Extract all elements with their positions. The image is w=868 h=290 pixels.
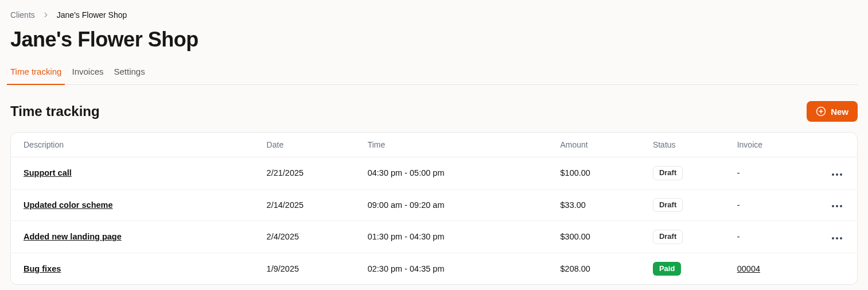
- status-badge: Draft: [653, 166, 683, 180]
- column-header-amount: Amount: [548, 133, 640, 157]
- time-tracking-table-card: Description Date Time Amount Status Invo…: [10, 132, 858, 285]
- entry-amount: $33.00: [548, 189, 640, 221]
- new-button[interactable]: New: [807, 101, 858, 122]
- invoice-empty: -: [737, 168, 740, 177]
- entry-description-link[interactable]: Added new landing page: [24, 232, 122, 241]
- entry-actions-cell: [817, 189, 857, 221]
- table-row: Added new landing page2/4/202501:30 pm -…: [11, 221, 857, 253]
- entry-description-link[interactable]: Updated color scheme: [24, 200, 113, 210]
- column-header-status: Status: [640, 133, 725, 157]
- plus-circle-icon: [816, 106, 826, 117]
- entry-amount: $100.00: [548, 157, 640, 190]
- entry-description-link[interactable]: Bug fixes: [24, 264, 61, 273]
- entry-time: 09:00 am - 09:20 am: [355, 189, 548, 221]
- more-actions-icon[interactable]: [830, 235, 844, 242]
- entry-invoice-cell: -: [725, 157, 817, 190]
- breadcrumb-root-link[interactable]: Clients: [10, 10, 35, 20]
- column-header-actions: [817, 133, 857, 157]
- page-title: Jane's Flower Shop: [10, 28, 858, 52]
- chevron-right-icon: [42, 11, 50, 19]
- tab-settings[interactable]: Settings: [114, 62, 145, 84]
- entry-amount: $208.00: [548, 253, 640, 284]
- entry-status-cell: Draft: [640, 157, 725, 190]
- entry-status-cell: Draft: [640, 189, 725, 221]
- column-header-date: Date: [254, 133, 355, 157]
- tab-time-tracking[interactable]: Time tracking: [10, 62, 61, 84]
- breadcrumb: Clients Jane's Flower Shop: [10, 10, 858, 20]
- entry-amount: $300.00: [548, 221, 640, 253]
- status-badge: Draft: [653, 198, 683, 212]
- more-actions-icon[interactable]: [830, 203, 844, 210]
- entry-actions-cell: [817, 221, 857, 253]
- new-button-label: New: [831, 107, 848, 117]
- entry-invoice-cell: 00004: [725, 253, 817, 284]
- entry-actions-cell: [817, 253, 857, 284]
- invoice-empty: -: [737, 200, 740, 210]
- column-header-time: Time: [355, 133, 548, 157]
- entry-description-link[interactable]: Support call: [24, 168, 72, 177]
- entry-date: 1/9/2025: [254, 253, 355, 284]
- entry-status-cell: Draft: [640, 221, 725, 253]
- tab-invoices[interactable]: Invoices: [72, 62, 103, 84]
- entry-status-cell: Paid: [640, 253, 725, 284]
- more-actions-icon[interactable]: [830, 171, 844, 178]
- section-header: Time tracking New: [10, 101, 858, 122]
- entry-date: 2/14/2025: [254, 189, 355, 221]
- section-title: Time tracking: [10, 103, 100, 119]
- tabs: Time tracking Invoices Settings: [10, 62, 858, 85]
- table-row: Bug fixes1/9/202502:30 pm - 04:35 pm$208…: [11, 253, 857, 284]
- invoice-empty: -: [737, 232, 740, 241]
- breadcrumb-current: Jane's Flower Shop: [57, 10, 127, 20]
- entry-time: 01:30 pm - 04:30 pm: [355, 221, 548, 253]
- invoice-link[interactable]: 00004: [737, 264, 760, 273]
- table-row: Support call2/21/202504:30 pm - 05:00 pm…: [11, 157, 857, 190]
- column-header-invoice: Invoice: [725, 133, 817, 157]
- table-row: Updated color scheme2/14/202509:00 am - …: [11, 189, 857, 221]
- entry-invoice-cell: -: [725, 189, 817, 221]
- status-badge: Paid: [653, 262, 681, 276]
- entry-actions-cell: [817, 157, 857, 190]
- entry-invoice-cell: -: [725, 221, 817, 253]
- column-header-description: Description: [11, 133, 254, 157]
- status-badge: Draft: [653, 230, 683, 244]
- entry-time: 04:30 pm - 05:00 pm: [355, 157, 548, 190]
- entry-time: 02:30 pm - 04:35 pm: [355, 253, 548, 284]
- entry-date: 2/21/2025: [254, 157, 355, 190]
- time-tracking-table: Description Date Time Amount Status Invo…: [11, 133, 857, 284]
- entry-date: 2/4/2025: [254, 221, 355, 253]
